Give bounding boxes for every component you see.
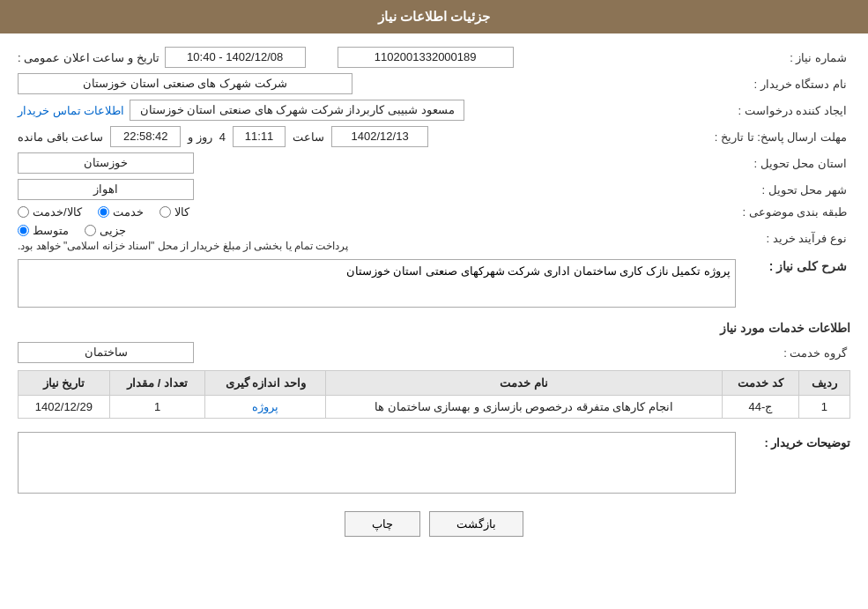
category-kala-khedmat-radio[interactable] <box>18 206 29 218</box>
deadline-value-container: 1402/12/13 ساعت 11:11 4 روز و 22:58:42 س… <box>18 126 715 147</box>
row-province: استان محل تحویل : خوزستان <box>18 152 850 174</box>
purchase-type-label: نوع فرآیند خرید : <box>736 232 850 245</box>
print-button[interactable]: چاپ <box>345 511 420 537</box>
category-kala-label: کالا <box>174 205 189 219</box>
purchase-type-motovaset-radio[interactable] <box>18 225 29 236</box>
buyer-notes-section: توضیحات خریدار : <box>18 432 850 494</box>
col-header-code: کد خدمت <box>723 371 799 396</box>
city-value: اهواز <box>18 179 194 200</box>
deadline-remaining-label: ساعت باقی مانده <box>18 130 103 144</box>
page-title: جزئیات اطلاعات نیاز <box>378 9 490 24</box>
need-number-value: 1102001332000189 <box>338 47 514 68</box>
row-deadline: مهلت ارسال پاسخ: تا تاریخ : 1402/12/13 س… <box>18 126 850 147</box>
need-number-value-container: 1102001332000189 1402/12/08 - 10:40 تاری… <box>18 47 736 68</box>
city-label: شهر محل تحویل : <box>736 183 850 197</box>
creator-label: ایجاد کننده درخواست : <box>736 104 850 117</box>
buyer-org-value: شرکت شهرک های صنعتی استان خوزستان <box>18 73 352 94</box>
category-option-kala[interactable]: کالا <box>160 205 189 219</box>
province-label: استان محل تحویل : <box>736 157 850 170</box>
row-purchase-type: نوع فرآیند خرید : جزیی متوسط پرداخت تمام… <box>18 224 850 252</box>
cell-code-1: ج-44 <box>723 396 799 419</box>
buyer-notes-label: توضیحات خریدار : <box>745 432 850 449</box>
category-radio-group: کالا خدمت کالا/خدمت <box>18 205 189 219</box>
deadline-days-label: روز و <box>188 130 212 144</box>
contact-info-link[interactable]: اطلاعات تماس خریدار <box>18 104 124 117</box>
row-need-description: شرح کلی نیاز : <box>18 259 850 308</box>
purchase-type-radio-group: جزیی متوسط <box>18 224 126 237</box>
main-content: شماره نیاز : 1102001332000189 1402/12/08… <box>0 33 868 563</box>
purchase-type-motovaset[interactable]: متوسط <box>18 224 69 237</box>
row-need-number: شماره نیاز : 1102001332000189 1402/12/08… <box>18 47 850 68</box>
col-header-row: ردیف <box>798 371 849 396</box>
col-header-name: نام خدمت <box>326 371 723 396</box>
announce-datetime-value: 1402/12/08 - 10:40 <box>165 47 306 68</box>
category-label: طبقه بندی موضوعی : <box>736 205 850 219</box>
col-header-unit: واحد اندازه گیری <box>205 371 326 396</box>
service-group-label: گروه خدمت : <box>736 346 850 360</box>
page-header: جزئیات اطلاعات نیاز <box>0 0 868 33</box>
cell-unit-1: پروژه <box>205 396 326 419</box>
col-header-qty: تعداد / مقدار <box>109 371 205 396</box>
need-description-label: شرح کلی نیاز : <box>736 259 850 273</box>
service-group-value-container: ساختمان <box>18 342 736 363</box>
cell-qty-1: 1 <box>109 396 205 419</box>
need-description-textarea[interactable] <box>18 259 736 308</box>
row-service-group: گروه خدمت : ساختمان <box>18 342 850 363</box>
page-wrapper: جزئیات اطلاعات نیاز شماره نیاز : 1102001… <box>0 0 868 609</box>
purchase-type-motovaset-label: متوسط <box>33 224 69 237</box>
back-button[interactable]: بازگشت <box>429 511 523 537</box>
announce-datetime-label: تاریخ و ساعت اعلان عمومی : <box>18 51 160 64</box>
services-section: اطلاعات خدمات مورد نیاز گروه خدمت : ساخت… <box>18 321 850 419</box>
category-option-khedmat[interactable]: خدمت <box>98 205 144 219</box>
purchase-type-jozii[interactable]: جزیی <box>85 224 126 237</box>
category-kala-radio[interactable] <box>160 206 171 218</box>
deadline-days-value: 4 <box>219 130 226 144</box>
cell-name-1: انجام کارهای متفرقه درخصوص بازسازی و بهس… <box>326 396 723 419</box>
category-option-kala-khedmat[interactable]: کالا/خدمت <box>18 205 82 219</box>
city-value-container: اهواز <box>18 179 736 200</box>
col-header-date: تاریخ نیاز <box>19 371 110 396</box>
deadline-remaining-value: 22:58:42 <box>110 126 181 147</box>
cell-date-1: 1402/12/29 <box>19 396 110 419</box>
category-kala-khedmat-label: کالا/خدمت <box>33 205 82 219</box>
table-row: 1 ج-44 انجام کارهای متفرقه درخصوص بازساز… <box>19 396 850 419</box>
row-creator: ایجاد کننده درخواست : مسعود شبیبی کاربرد… <box>18 100 850 121</box>
buyer-org-label: نام دستگاه خریدار : <box>736 78 850 91</box>
row-city: شهر محل تحویل : اهواز <box>18 179 850 200</box>
deadline-time-label: ساعت <box>293 130 324 144</box>
service-group-value: ساختمان <box>18 342 194 363</box>
province-value-container: خوزستان <box>18 152 736 174</box>
deadline-label: مهلت ارسال پاسخ: تا تاریخ : <box>715 130 850 144</box>
purchase-type-jozii-radio[interactable] <box>85 225 96 236</box>
services-section-title: اطلاعات خدمات مورد نیاز <box>18 321 850 335</box>
row-buyer-org: نام دستگاه خریدار : شرکت شهرک های صنعتی … <box>18 73 850 94</box>
creator-value-container: مسعود شبیبی کاربرداز شرکت شهرک های صنعتی… <box>18 100 736 121</box>
services-table: ردیف کد خدمت نام خدمت واحد اندازه گیری ت… <box>18 370 850 419</box>
deadline-time-value: 11:11 <box>233 126 286 147</box>
category-value-container: کالا خدمت کالا/خدمت <box>18 205 736 219</box>
bottom-buttons: بازگشت چاپ <box>18 511 850 537</box>
category-khedmat-label: خدمت <box>113 205 144 219</box>
purchase-type-note: پرداخت تمام یا بخشی از مبلغ خریدار از مح… <box>18 240 348 252</box>
purchase-type-value-container: جزیی متوسط پرداخت تمام یا بخشی از مبلغ خ… <box>18 224 736 252</box>
purchase-type-jozii-label: جزیی <box>100 224 126 237</box>
need-description-value-container <box>18 259 736 308</box>
row-category: طبقه بندی موضوعی : کالا خدمت کالا/خدمت <box>18 205 850 219</box>
need-number-label: شماره نیاز : <box>736 51 850 64</box>
buyer-org-value-container: شرکت شهرک های صنعتی استان خوزستان <box>18 73 736 94</box>
deadline-date-value: 1402/12/13 <box>331 126 428 147</box>
cell-row-1: 1 <box>798 396 849 419</box>
buyer-notes-textarea[interactable] <box>18 432 736 494</box>
province-value: خوزستان <box>18 152 194 174</box>
creator-value: مسعود شبیبی کاربرداز شرکت شهرک های صنعتی… <box>130 100 464 121</box>
category-khedmat-radio[interactable] <box>98 206 109 218</box>
